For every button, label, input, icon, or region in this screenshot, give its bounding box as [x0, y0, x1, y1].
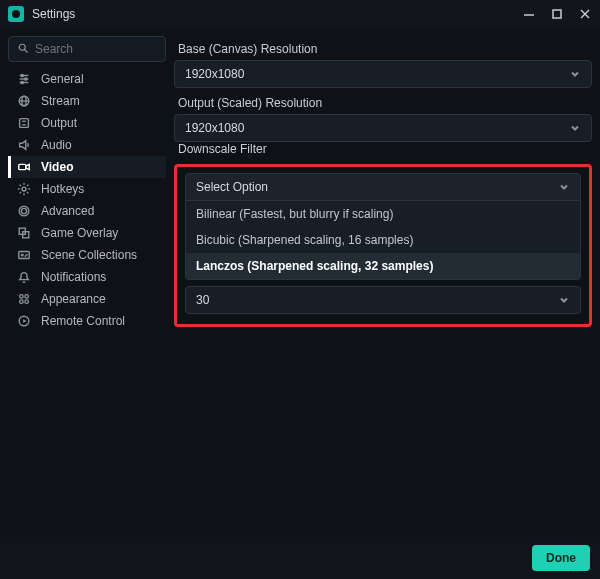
- option-bicubic[interactable]: Bicubic (Sharpened scaling, 16 samples): [186, 227, 580, 253]
- settings-window: Settings: [0, 0, 600, 579]
- close-button[interactable]: [578, 7, 592, 21]
- svg-rect-19: [19, 164, 26, 169]
- downscale-filter-select[interactable]: Select Option: [185, 173, 581, 201]
- chevron-down-icon: [558, 181, 570, 193]
- svg-point-0: [12, 10, 20, 18]
- svg-point-5: [19, 44, 25, 50]
- output-resolution-label: Output (Scaled) Resolution: [174, 96, 592, 110]
- titlebar: Settings: [0, 0, 600, 28]
- fps-value: 30: [196, 293, 209, 307]
- sidebar-item-label: Notifications: [41, 270, 106, 284]
- maximize-button[interactable]: [550, 7, 564, 21]
- sidebar-item-label: Scene Collections: [41, 248, 137, 262]
- sidebar-item-label: Game Overlay: [41, 226, 118, 240]
- svg-rect-2: [553, 10, 561, 18]
- svg-rect-16: [20, 119, 29, 128]
- svg-point-22: [19, 206, 29, 216]
- sidebar-item-video[interactable]: Video: [8, 156, 166, 178]
- overlay-icon: [17, 226, 31, 240]
- sidebar-nav: General Stream Output Audio Video: [8, 68, 166, 332]
- footer: Done: [0, 537, 600, 579]
- app-icon: [8, 6, 24, 22]
- done-button[interactable]: Done: [532, 545, 590, 571]
- main-panel: Base (Canvas) Resolution 1920x1080 Outpu…: [174, 34, 592, 537]
- svg-point-20: [22, 187, 26, 191]
- output-resolution-value: 1920x1080: [185, 121, 244, 135]
- downscale-filter-dropdown: Select Option Bilinear (Fastest, but blu…: [185, 173, 581, 280]
- svg-point-21: [21, 208, 26, 213]
- svg-point-26: [21, 254, 23, 256]
- sidebar-item-appearance[interactable]: Appearance: [8, 288, 166, 310]
- sidebar-item-advanced[interactable]: Advanced: [8, 200, 166, 222]
- minimize-button[interactable]: [522, 7, 536, 21]
- sidebar-item-label: Appearance: [41, 292, 106, 306]
- downscale-filter-label: Downscale Filter: [174, 142, 592, 156]
- sidebar-item-label: Remote Control: [41, 314, 125, 328]
- svg-marker-32: [23, 319, 27, 323]
- svg-point-27: [20, 295, 24, 299]
- globe-icon: [17, 94, 31, 108]
- sidebar-item-hotkeys[interactable]: Hotkeys: [8, 178, 166, 200]
- search-input[interactable]: [35, 42, 157, 56]
- option-lanczos[interactable]: Lanczos (Sharpened scaling, 32 samples): [186, 253, 580, 279]
- chevron-down-icon: [569, 68, 581, 80]
- sidebar-item-scene-collections[interactable]: Scene Collections: [8, 244, 166, 266]
- svg-rect-25: [19, 252, 30, 259]
- sidebar-item-output[interactable]: Output: [8, 112, 166, 134]
- highlighted-region: Select Option Bilinear (Fastest, but blu…: [174, 164, 592, 327]
- svg-point-28: [25, 295, 29, 299]
- sidebar-item-label: Stream: [41, 94, 80, 108]
- sidebar-item-remote-control[interactable]: Remote Control: [8, 310, 166, 332]
- sidebar-item-label: Advanced: [41, 204, 94, 218]
- downscale-filter-placeholder: Select Option: [196, 180, 268, 194]
- sidebar-item-label: Video: [41, 160, 73, 174]
- output-icon: [17, 116, 31, 130]
- appearance-icon: [17, 292, 31, 306]
- search-icon: [17, 42, 29, 57]
- sidebar-item-general[interactable]: General: [8, 68, 166, 90]
- sidebar: General Stream Output Audio Video: [8, 34, 166, 537]
- fps-select[interactable]: 30: [185, 286, 581, 314]
- advanced-icon: [17, 204, 31, 218]
- remote-icon: [17, 314, 31, 328]
- base-resolution-select[interactable]: 1920x1080: [174, 60, 592, 88]
- sidebar-item-label: Output: [41, 116, 77, 130]
- sidebar-item-notifications[interactable]: Notifications: [8, 266, 166, 288]
- sliders-icon: [17, 72, 31, 86]
- chevron-down-icon: [558, 294, 570, 306]
- svg-line-6: [25, 49, 28, 52]
- sidebar-item-label: Hotkeys: [41, 182, 84, 196]
- video-icon: [17, 160, 31, 174]
- body: General Stream Output Audio Video: [0, 28, 600, 537]
- chevron-down-icon: [569, 122, 581, 134]
- speaker-icon: [17, 138, 31, 152]
- search-box[interactable]: [8, 36, 166, 62]
- sidebar-item-game-overlay[interactable]: Game Overlay: [8, 222, 166, 244]
- window-controls: [522, 7, 592, 21]
- scenes-icon: [17, 248, 31, 262]
- base-resolution-label: Base (Canvas) Resolution: [174, 42, 592, 56]
- sidebar-item-stream[interactable]: Stream: [8, 90, 166, 112]
- output-resolution-select[interactable]: 1920x1080: [174, 114, 592, 142]
- base-resolution-value: 1920x1080: [185, 67, 244, 81]
- svg-point-30: [25, 300, 29, 304]
- bell-icon: [17, 270, 31, 284]
- svg-point-29: [20, 300, 24, 304]
- sidebar-item-audio[interactable]: Audio: [8, 134, 166, 156]
- option-bilinear[interactable]: Bilinear (Fastest, but blurry if scaling…: [186, 201, 580, 227]
- window-title: Settings: [32, 7, 75, 21]
- sidebar-item-label: General: [41, 72, 84, 86]
- sidebar-item-label: Audio: [41, 138, 72, 152]
- gear-icon: [17, 182, 31, 196]
- downscale-filter-options: Bilinear (Fastest, but blurry if scaling…: [185, 201, 581, 280]
